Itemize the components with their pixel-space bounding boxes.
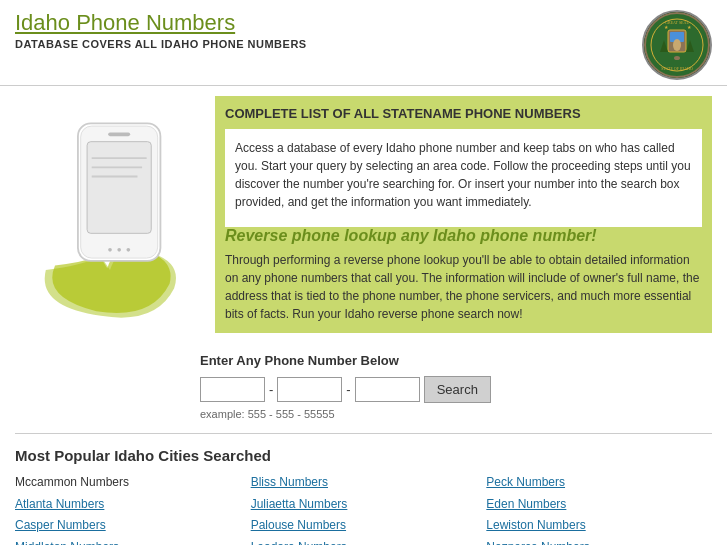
svg-point-19 [108, 248, 112, 252]
svg-point-6 [673, 39, 681, 51]
list-item[interactable]: Lewiston Numbers [486, 515, 712, 537]
dash2: - [346, 382, 350, 397]
header-left: Idaho Phone Numbers DATABASE COVERS ALL … [15, 10, 307, 50]
list-item[interactable]: Casper Numbers [15, 515, 241, 537]
phone-prefix-input[interactable] [277, 377, 342, 402]
example-text: example: 555 - 555 - 55555 [200, 408, 712, 420]
list-item[interactable]: Bliss Numbers [251, 472, 477, 494]
page-header: Idaho Phone Numbers DATABASE COVERS ALL … [0, 0, 727, 86]
cities-col2: Bliss NumbersJuliaetta NumbersPalouse Nu… [251, 472, 477, 545]
list-item[interactable]: Juliaetta Numbers [251, 494, 477, 516]
phone-number-input[interactable] [355, 377, 420, 402]
content-box: COMPLETE LIST OF ALL STATENAME PHONE NUM… [215, 96, 712, 333]
search-section: Enter Any Phone Number Below - - Search … [0, 343, 727, 425]
search-button[interactable]: Search [424, 376, 491, 403]
cities-col1: Mccammon NumbersAtlanta NumbersCasper Nu… [15, 472, 241, 545]
list-item[interactable]: Palouse Numbers [251, 515, 477, 537]
list-item[interactable]: Atlanta Numbers [15, 494, 241, 516]
svg-rect-14 [87, 141, 151, 233]
content-description2: Through performing a reverse phone looku… [225, 251, 702, 323]
reverse-highlight: Reverse phone lookup any Idaho phone num… [225, 227, 702, 245]
search-label: Enter Any Phone Number Below [200, 353, 712, 368]
list-item[interactable]: Eden Numbers [486, 494, 712, 516]
site-subtitle: DATABASE COVERS ALL IDAHO PHONE NUMBERS [15, 38, 307, 50]
phone-area-code-input[interactable] [200, 377, 265, 402]
content-box-inner: Access a database of every Idaho phone n… [225, 129, 702, 227]
svg-rect-18 [108, 132, 130, 136]
list-item[interactable]: Nezperce Numbers [486, 537, 712, 545]
svg-point-21 [127, 248, 131, 252]
cities-grid: Mccammon NumbersAtlanta NumbersCasper Nu… [15, 472, 712, 545]
list-item: Mccammon Numbers [15, 472, 241, 494]
cities-col3: Peck NumbersEden NumbersLewiston Numbers… [486, 472, 712, 545]
svg-point-9 [674, 56, 680, 60]
svg-point-20 [117, 248, 121, 252]
content-title: COMPLETE LIST OF ALL STATENAME PHONE NUM… [225, 106, 702, 121]
svg-text:GREAT SEAL: GREAT SEAL [665, 20, 689, 25]
dash1: - [269, 382, 273, 397]
list-item[interactable]: Leadore Numbers [251, 537, 477, 545]
svg-text:STATE OF IDAHO: STATE OF IDAHO [661, 66, 693, 71]
list-item[interactable]: Peck Numbers [486, 472, 712, 494]
site-title[interactable]: Idaho Phone Numbers [15, 10, 307, 36]
search-row: - - Search [200, 376, 712, 403]
section-divider [15, 433, 712, 434]
main-content: COMPLETE LIST OF ALL STATENAME PHONE NUM… [0, 86, 727, 343]
cities-title: Most Popular Idaho Cities Searched [15, 447, 712, 464]
content-description1: Access a database of every Idaho phone n… [235, 139, 692, 211]
list-item[interactable]: Middleton Numbers [15, 537, 241, 545]
cities-section: Most Popular Idaho Cities Searched Mccam… [0, 442, 727, 545]
idaho-seal: GREAT SEAL STATE OF IDAHO ★ ★ [642, 10, 712, 80]
phone-illustration-area [15, 96, 205, 333]
